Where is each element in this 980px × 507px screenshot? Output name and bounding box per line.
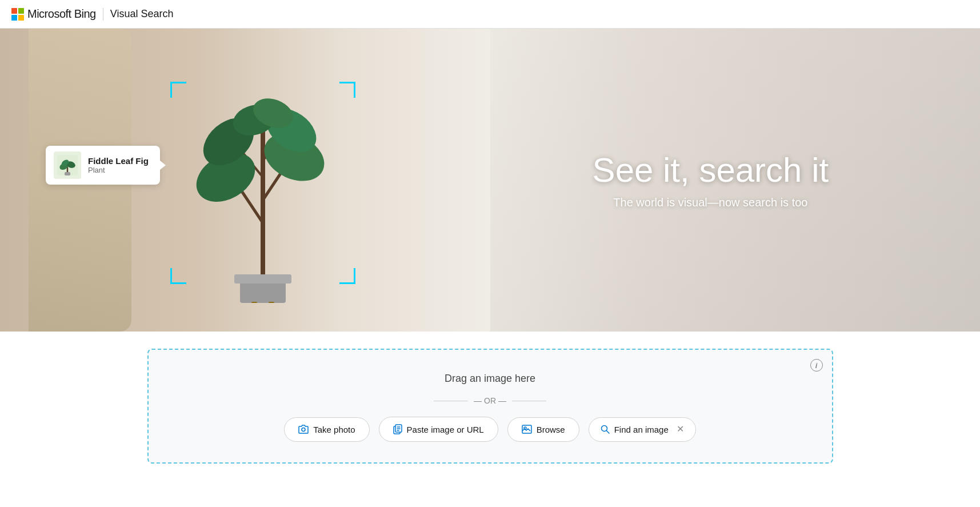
svg-rect-21 — [65, 172, 70, 175]
take-photo-label: Take photo — [313, 425, 355, 434]
corner-bottom-right — [339, 268, 355, 284]
drop-zone[interactable]: i Drag an image here — OR — Take photo — [147, 349, 833, 464]
page-title: Visual Search — [110, 8, 174, 20]
plant-type: Plant — [88, 166, 149, 174]
hero-subtitle: The world is visual—now search is too — [613, 196, 807, 209]
hero-section: Fiddle Leaf Fig Plant See it, search it … — [0, 29, 980, 332]
selection-box — [169, 80, 357, 286]
ms-grid-yellow — [18, 15, 24, 21]
hero-right-panel: See it, search it The world is visual—no… — [441, 29, 980, 332]
corner-top-left — [170, 82, 186, 98]
microsoft-logo-grid — [11, 8, 24, 21]
close-icon[interactable]: ✕ — [677, 425, 684, 434]
find-image-button[interactable]: Find an image ✕ — [589, 417, 696, 442]
find-image-label: Find an image — [614, 425, 669, 434]
plant-name: Fiddle Leaf Fig — [88, 156, 149, 166]
bing-brand-text: Microsoft Bing — [27, 7, 96, 21]
paste-image-label: Paste image or URL — [407, 425, 484, 434]
ms-grid-blue — [11, 15, 17, 21]
svg-point-22 — [302, 428, 305, 432]
hero-left-panel: Fiddle Leaf Fig Plant — [0, 29, 490, 332]
plant-details: Fiddle Leaf Fig Plant — [88, 156, 149, 174]
or-label: — OR — — [474, 396, 506, 405]
plant-info-card: Fiddle Leaf Fig Plant — [46, 146, 160, 185]
browse-label: Browse — [537, 425, 565, 434]
browse-icon — [522, 425, 532, 434]
svg-line-31 — [606, 431, 609, 434]
paste-icon — [393, 424, 402, 434]
header: Microsoft Bing Visual Search — [0, 0, 980, 29]
svg-rect-13 — [251, 302, 257, 303]
browse-button[interactable]: Browse — [507, 417, 579, 442]
action-buttons-row: Take photo Paste image or URL — [284, 417, 696, 442]
svg-rect-14 — [269, 302, 274, 303]
ms-grid-red — [11, 8, 17, 14]
ms-grid-green — [18, 8, 24, 14]
drag-text: Drag an image here — [445, 373, 535, 385]
info-icon[interactable]: i — [810, 359, 823, 372]
corner-bottom-left — [170, 268, 186, 284]
camera-icon — [298, 425, 309, 434]
take-photo-button[interactable]: Take photo — [284, 417, 369, 442]
plant-thumbnail — [54, 151, 81, 179]
corner-top-right — [339, 82, 355, 98]
search-icon — [601, 425, 610, 434]
hero-title: See it, search it — [593, 151, 829, 189]
or-divider: — OR — — [434, 396, 546, 405]
paste-image-button[interactable]: Paste image or URL — [379, 417, 498, 442]
bing-logo[interactable]: Microsoft Bing — [11, 7, 96, 21]
header-divider — [103, 8, 103, 21]
